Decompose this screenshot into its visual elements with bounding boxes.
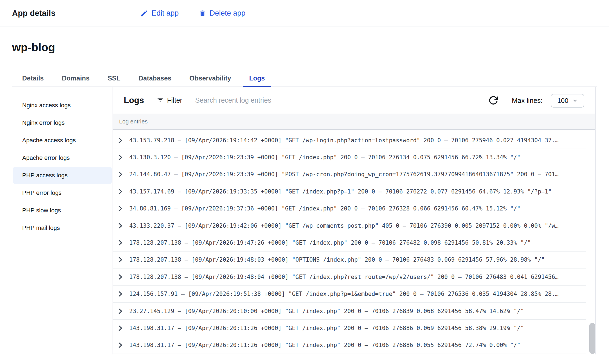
tab-label: Databases [139,74,171,82]
log-entry-row[interactable]: 143.198.31.17 – [09/Apr/2026:20:11:26 +0… [113,337,586,354]
log-entry-row[interactable]: 34.80.81.169 – [09/Apr/2026:19:37:36 +00… [113,200,586,217]
filter-lines-icon [157,96,164,105]
sidebar-item-label: PHP error logs [22,189,62,197]
app-name-heading: wp-blog [12,41,55,54]
tab-label: Details [22,74,44,82]
log-entry-row[interactable]: 178.128.207.138 – [09/Apr/2026:19:48:04 … [113,268,586,285]
log-entry-text: 43.133.220.37 – [09/Apr/2026:19:42:06 +0… [129,223,559,229]
log-entry-row[interactable]: 43.133.220.37 – [09/Apr/2026:19:42:06 +0… [113,217,586,234]
tab[interactable]: Logs [249,70,265,86]
sidebar-item[interactable]: PHP error logs [13,184,112,202]
edit-app-button[interactable]: Edit app [140,9,179,18]
tab[interactable]: Databases [139,70,171,86]
chevron-right-icon[interactable] [116,222,124,230]
log-entry-row[interactable]: 24.144.80.47 – [09/Apr/2026:19:23:39 +00… [113,166,586,183]
chevron-right-icon[interactable] [116,136,124,145]
delete-app-label: Delete app [210,9,246,18]
log-entry-text: 178.128.207.138 – [09/Apr/2026:19:48:04 … [129,274,559,280]
chevron-right-icon[interactable] [116,170,124,178]
log-entry-text: 143.198.31.17 – [09/Apr/2026:20:11:26 +0… [129,342,521,348]
edit-app-label: Edit app [152,9,179,18]
tab[interactable]: Observability [189,70,231,86]
sidebar-item[interactable]: PHP slow logs [13,202,112,219]
log-entry-text: 34.80.81.169 – [09/Apr/2026:19:37:36 +00… [129,205,521,212]
max-lines-select[interactable]: 100 [551,94,584,108]
log-entry-row[interactable]: 178.128.207.138 – [09/Apr/2026:19:48:03 … [113,252,586,268]
log-entries-header: Log entries [113,114,595,130]
sidebar-item-label: PHP mail logs [22,224,60,232]
chevron-right-icon[interactable] [116,307,124,315]
log-entry-text: 24.144.80.47 – [09/Apr/2026:19:23:39 +00… [129,171,559,178]
chevron-right-icon[interactable] [116,290,124,298]
chevron-right-icon[interactable] [116,273,124,281]
log-entry-row[interactable]: 23.27.145.129 – [09/Apr/2026:20:10:00 +0… [113,303,586,320]
chevron-right-icon[interactable] [116,239,124,247]
sidebar-item-label: Nginx error logs [22,119,65,126]
search-input[interactable] [195,96,370,104]
log-entry-row[interactable]: 43.157.174.69 – [09/Apr/2026:19:33:35 +0… [113,183,586,200]
sidebar-item[interactable]: Apache access logs [13,132,112,149]
log-entry-row[interactable]: 43.130.3.120 – [09/Apr/2026:19:23:39 +00… [113,149,586,166]
tab-label: SSL [108,74,120,82]
log-entry-text: 43.157.174.69 – [09/Apr/2026:19:33:35 +0… [129,188,551,195]
refresh-icon[interactable] [489,96,498,105]
tab[interactable]: Details [22,70,44,86]
chevron-right-icon[interactable] [116,324,124,332]
trash-icon [199,9,206,17]
chevron-down-icon [572,98,578,103]
tab-label: Observability [189,74,231,82]
log-entry-row[interactable]: 178.128.207.138 – [09/Apr/2026:19:47:26 … [113,234,586,251]
logs-panel-title: Logs [124,96,144,105]
sidebar-item[interactable]: PHP access logs [13,167,112,184]
filter-button[interactable]: Filter [157,96,182,105]
sidebar-item[interactable]: Nginx error logs [13,114,112,132]
pencil-icon [140,9,148,17]
sidebar-item[interactable]: Nginx access logs [13,97,112,114]
log-entry-row[interactable]: 43.153.79.218 – [09/Apr/2026:19:14:42 +0… [113,132,586,149]
sidebar-item-label: Nginx access logs [22,102,71,109]
filter-label: Filter [167,96,182,104]
partially-scrolled-row [113,130,586,132]
chevron-right-icon[interactable] [116,187,124,196]
log-entries-header-label: Log entries [119,118,148,125]
top-bar: App details Edit app Delete app [0,0,609,27]
chevron-right-icon[interactable] [116,204,124,213]
max-lines-label: Max lines: [512,96,543,104]
log-entry-text: 23.27.145.129 – [09/Apr/2026:20:10:00 +0… [129,308,524,314]
sidebar-item-label: Apache access logs [22,137,76,144]
page-title: App details [12,9,56,18]
log-entry-text: 178.128.207.138 – [09/Apr/2026:19:48:03 … [129,256,545,263]
log-entry-row[interactable]: 124.156.157.91 – [09/Apr/2026:19:51:38 +… [113,286,586,303]
logs-panel-header: Logs Filter Max lines: 100 [113,87,595,114]
log-entry-text: 178.128.207.138 – [09/Apr/2026:19:47:26 … [129,239,531,246]
max-lines-value: 100 [557,97,568,105]
chevron-right-icon[interactable] [116,256,124,264]
sidebar-item-label: PHP slow logs [22,207,61,214]
log-entry-row[interactable]: 143.198.31.17 – [09/Apr/2026:20:11:26 +0… [113,320,586,337]
log-type-sidebar: Nginx access logs Nginx error logs Apach… [13,97,112,237]
tab[interactable]: Domains [62,70,90,86]
chevron-right-icon[interactable] [116,153,124,161]
tab-bar: Details Domains SSL Databases Observabil… [12,70,597,87]
log-entries-list: 43.153.79.218 – [09/Apr/2026:19:14:42 +0… [113,130,595,354]
logs-panel: Logs Filter Max lines: 100 [113,87,596,354]
sidebar-item[interactable]: PHP mail logs [13,219,112,237]
sidebar-item[interactable]: Apache error logs [13,149,112,167]
log-entry-text: 124.156.157.91 – [09/Apr/2026:19:51:38 +… [129,291,559,297]
tab[interactable]: SSL [108,70,120,86]
sidebar-item-label: PHP access logs [22,172,68,179]
log-entry-text: 143.198.31.17 – [09/Apr/2026:20:11:26 +0… [129,325,524,331]
sidebar-item-label: Apache error logs [22,154,70,161]
chevron-right-icon[interactable] [116,341,124,349]
log-entry-text: 43.130.3.120 – [09/Apr/2026:19:23:39 +00… [129,154,521,161]
vertical-scrollbar-thumb[interactable] [589,323,595,354]
log-entry-text: 43.153.79.218 – [09/Apr/2026:19:14:42 +0… [129,137,559,144]
tab-label: Logs [249,74,265,82]
tab-label: Domains [62,74,90,82]
delete-app-button[interactable]: Delete app [199,9,246,18]
